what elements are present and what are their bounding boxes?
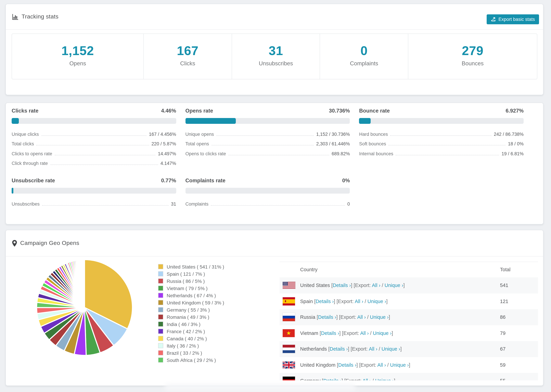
rate-row-value: 1,152 / 30.736%: [316, 131, 350, 137]
dashboard-page: Tracking stats Export basic stats 1,152 …: [0, 0, 551, 392]
legend-label: Romania ( 49 / 3% ): [167, 314, 209, 320]
legend-item: Italy ( 36 / 2% ): [158, 342, 224, 349]
legend-swatch: [158, 322, 163, 327]
details-link[interactable]: Details ›: [316, 299, 334, 304]
rates-grid: Clicks rate 4.46% Unique clicks 167 / 4.…: [12, 107, 524, 208]
legend-label: Brazil ( 33 / 2% ): [167, 350, 202, 356]
flag-nl-icon: [283, 345, 295, 353]
legend-label: Spain ( 121 / 7% ): [167, 271, 205, 277]
progress-bar-unsubscribe: [12, 188, 176, 194]
rate-row-label: Total clicks: [12, 141, 34, 147]
legend-label: United States ( 541 / 31% ): [167, 264, 224, 269]
export-unique-link[interactable]: Unique ›: [384, 283, 403, 288]
legend-swatch: [158, 293, 163, 298]
rate-row: Complaints 0: [185, 198, 350, 208]
stat-opens: 1,152 Opens: [12, 34, 144, 79]
rate-row: Soft bounces 18 / 0%: [359, 138, 524, 148]
rate-row-label: Total opens: [185, 141, 209, 147]
page-title: Tracking stats: [21, 13, 58, 20]
bottom-overlay: [164, 384, 356, 391]
details-link[interactable]: Details ›: [333, 283, 351, 288]
rate-block-bounce: Bounce rate 6.927% Hard bounces 242 / 86…: [359, 107, 524, 167]
export-all-link[interactable]: All ›: [357, 315, 366, 320]
tracking-card-header: Tracking stats Export basic stats: [6, 4, 543, 30]
geo-row-es: Spain [Details ›] [Export: All › / Uniqu…: [280, 293, 538, 309]
stats-summary-strip: 1,152 Opens 167 Clicks 31 Unsubscribes 0…: [12, 34, 537, 79]
country-total: 121: [500, 299, 508, 304]
map-pin-icon: [12, 240, 17, 247]
rate-row-label: Soft bounces: [359, 141, 386, 147]
rate-row-label: Unique clicks: [12, 131, 39, 137]
country-name: Russia: [300, 315, 315, 320]
rate-row: Opens to clicks rate 689.82%: [185, 148, 350, 158]
rate-percent: 0.77%: [161, 177, 176, 184]
export-unique-link[interactable]: Unique ›: [373, 330, 392, 336]
rate-row-value: 14.497%: [158, 151, 176, 157]
country-total: 55: [500, 378, 505, 381]
geo-row-gb: United Kingdom [Details ›] [Export: All …: [280, 357, 538, 373]
export-all-link[interactable]: All ›: [377, 362, 386, 368]
export-all-link[interactable]: All ›: [355, 299, 363, 304]
details-link[interactable]: Details ›: [318, 315, 336, 320]
geo-card-header: Campaign Geo Opens: [6, 230, 543, 257]
export-all-link[interactable]: All ›: [362, 378, 371, 381]
rate-row: Total clicks 220 / 5.87%: [12, 138, 176, 148]
legend-item: France ( 42 / 2% ): [158, 328, 224, 335]
dotted-leader: [42, 205, 169, 205]
dotted-leader: [216, 135, 314, 136]
export-all-link[interactable]: All ›: [360, 330, 369, 336]
export-unique-link[interactable]: Unique ›: [375, 378, 394, 381]
geo-pie-chart: [31, 254, 138, 361]
legend-item: Russia ( 86 / 5% ): [158, 277, 224, 285]
legend-swatch: [158, 307, 163, 312]
legend-swatch: [158, 329, 163, 334]
stat-unsubscribes: 31 Unsubscribes: [232, 34, 320, 79]
rate-row-value: 31: [171, 201, 176, 207]
export-all-link[interactable]: All ›: [372, 283, 380, 288]
details-link[interactable]: Details ›: [338, 362, 356, 368]
geo-row-ru: Russia [Details ›] [Export: All › / Uniq…: [280, 309, 538, 325]
rate-row-label: Clicks to opens rate: [12, 151, 52, 157]
geo-row-vn: Vietnam [Details ›] [Export: All › / Uni…: [280, 325, 538, 341]
export-unique-link[interactable]: Unique ›: [370, 315, 389, 320]
legend-item: Germany ( 55 / 3% ): [158, 306, 224, 313]
rate-title: Complaints rate: [185, 177, 225, 184]
legend-item: Brazil ( 33 / 2% ): [158, 349, 224, 357]
stat-value: 279: [408, 44, 537, 58]
rate-row: Total opens 2,303 / 61.446%: [185, 138, 350, 148]
rate-block-clicks: Clicks rate 4.46% Unique clicks 167 / 4.…: [12, 107, 176, 167]
rate-row-value: 242 / 86.738%: [494, 131, 524, 137]
progress-bar-opens: [185, 118, 350, 124]
geo-legend: United States ( 541 / 31% ) Spain ( 121 …: [158, 263, 224, 364]
details-link[interactable]: Details ›: [323, 378, 341, 381]
country-name: United States: [300, 283, 330, 288]
stat-label: Complaints: [320, 60, 408, 67]
export-all-link[interactable]: All ›: [369, 346, 377, 352]
rate-row: Unique opens 1,152 / 30.736%: [185, 128, 350, 138]
export-unique-link[interactable]: Unique ›: [381, 346, 400, 352]
legend-label: South Africa ( 29 / 2% ): [167, 357, 216, 363]
stat-label: Bounces: [408, 60, 537, 67]
country-name: United Kingdom: [300, 362, 335, 368]
legend-swatch: [158, 350, 163, 355]
export-basic-stats-button[interactable]: Export basic stats: [487, 14, 539, 24]
country-name: Netherlands: [300, 346, 327, 352]
rate-row-value: 220 / 5.87%: [151, 141, 176, 147]
export-unique-link[interactable]: Unique ›: [367, 299, 386, 304]
rate-block-unsubscribe: Unsubscribe rate 0.77% Unsubscribes 31: [12, 177, 176, 208]
export-unique-link[interactable]: Unique ›: [390, 362, 409, 368]
dotted-leader: [211, 205, 345, 205]
country-name: Germany: [300, 378, 320, 381]
rate-row-value: 2,303 / 61.446%: [316, 141, 350, 147]
campaign-geo-opens-card: Campaign Geo Opens United States ( 541 /…: [6, 230, 544, 386]
legend-swatch: [158, 271, 163, 276]
stat-label: Opens: [12, 60, 143, 67]
details-link[interactable]: Details ›: [321, 330, 339, 336]
rate-title: Opens rate: [185, 107, 213, 114]
country-total: 79: [500, 330, 505, 336]
geo-row-de: Germany [Details ›] [Export: All › / Uni…: [280, 373, 538, 380]
rate-row: Click through rate 4.147%: [12, 158, 176, 167]
rate-title: Bounce rate: [359, 107, 390, 114]
export-icon: [491, 17, 496, 22]
details-link[interactable]: Details ›: [330, 346, 348, 352]
